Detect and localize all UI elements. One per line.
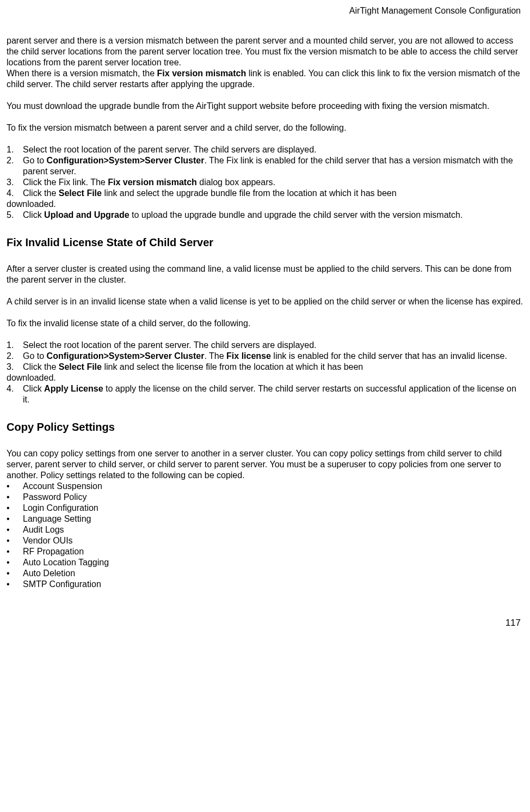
list-number: 1. <box>7 340 23 351</box>
list-content: Go to Configuration>System>Server Cluste… <box>23 351 523 362</box>
intro-p1b-pre: When there is a version mismatch, the <box>7 69 157 78</box>
bullet-icon: • <box>7 535 23 546</box>
list-number: 5. <box>7 210 23 221</box>
list2-item-1: 1. Select the root location of the paren… <box>7 340 523 351</box>
text-pre: Click the Fix link. The <box>23 178 108 187</box>
bullet-item: •Password Policy <box>7 492 523 503</box>
select-file-bold: Select File <box>59 188 102 198</box>
bullet-icon: • <box>7 492 23 503</box>
section2-p3: To fix the invalid license state of a ch… <box>7 318 523 329</box>
config-path-bold: Configuration>System>Server Cluster <box>47 156 205 165</box>
list-number: 1. <box>7 144 23 155</box>
section2-p2: A child server is in an invalid license … <box>7 296 523 307</box>
bullet-text: Account Suspension <box>23 481 523 492</box>
text-pre: Click the <box>23 188 59 198</box>
text-post: link and select the upgrade bundle file … <box>102 188 397 198</box>
list-number: 3. <box>7 177 23 188</box>
list1-item-5: 5. Click Upload and Upgrade to upload th… <box>7 210 523 221</box>
select-file-bold: Select File <box>59 362 102 371</box>
bullet-icon: • <box>7 481 23 492</box>
list-content: Go to Configuration>System>Server Cluste… <box>23 155 523 177</box>
bullet-list: •Account Suspension •Password Policy •Lo… <box>7 481 523 590</box>
header-right: AirTight Management Console Configuratio… <box>7 5 523 16</box>
bullet-item: •Auto Deletion <box>7 568 523 579</box>
bullet-item: •Vendor OUIs <box>7 535 523 546</box>
bullet-icon: • <box>7 546 23 557</box>
intro-paragraph-1: parent server and there is a version mis… <box>7 35 523 90</box>
list-content: Click Upload and Upgrade to upload the u… <box>23 210 523 221</box>
text-mid: . The <box>204 351 226 361</box>
bullet-item: •RF Propagation <box>7 546 523 557</box>
list-content: Select the root location of the parent s… <box>23 340 523 351</box>
apply-license-bold: Apply License <box>44 384 103 393</box>
bullet-icon: • <box>7 503 23 514</box>
bullet-icon: • <box>7 557 23 568</box>
heading-fix-invalid-license: Fix Invalid License State of Child Serve… <box>7 236 523 249</box>
bullet-item: •Auto Location Tagging <box>7 557 523 568</box>
bullet-text: Password Policy <box>23 492 523 503</box>
list1-item-2: 2. Go to Configuration>System>Server Clu… <box>7 155 523 177</box>
list2-item-3: 3. Click the Select File link and select… <box>7 362 523 373</box>
text-post: to upload the upgrade bundle and upgrade… <box>130 210 463 219</box>
list2-item-3-cont: downloaded. <box>7 373 523 383</box>
heading-copy-policy-settings: Copy Policy Settings <box>7 420 523 434</box>
bullet-text: Login Configuration <box>23 503 523 514</box>
bullet-text: RF Propagation <box>23 546 523 557</box>
section2-p1: After a server cluster is created using … <box>7 264 523 285</box>
intro-p1a: parent server and there is a version mis… <box>7 36 518 67</box>
list-content: Click Apply License to apply the license… <box>23 383 523 405</box>
text-post: dialog box appears. <box>197 178 275 187</box>
list-number: 3. <box>7 362 23 373</box>
bullet-item: •Audit Logs <box>7 524 523 535</box>
text-pre: Go to <box>23 351 47 361</box>
list-content: Click the Select File link and select th… <box>23 362 523 373</box>
bullet-text: Language Setting <box>23 514 523 524</box>
list-number: 4. <box>7 383 23 394</box>
intro-paragraph-3: To fix the version mismatch between a pa… <box>7 123 523 133</box>
list2-item-4: 4. Click Apply License to apply the lice… <box>7 383 523 405</box>
text-post: link is enabled for the child server tha… <box>271 351 507 361</box>
list1-item-4-cont: downloaded. <box>7 199 523 210</box>
bullet-icon: • <box>7 568 23 579</box>
bullet-item: •Language Setting <box>7 514 523 524</box>
text-pre: Click <box>23 210 44 219</box>
list-number: 4. <box>7 188 23 199</box>
bullet-text: Auto Location Tagging <box>23 557 523 568</box>
bullet-item: •Login Configuration <box>7 503 523 514</box>
ordered-list-1: 1. Select the root location of the paren… <box>7 144 523 221</box>
bullet-item: •Account Suspension <box>7 481 523 492</box>
text-pre: Go to <box>23 156 47 165</box>
list2-item-2: 2. Go to Configuration>System>Server Clu… <box>7 351 523 362</box>
bullet-icon: • <box>7 524 23 535</box>
config-path-bold: Configuration>System>Server Cluster <box>47 351 205 361</box>
upload-upgrade-bold: Upload and Upgrade <box>44 210 129 219</box>
list-number: 2. <box>7 155 23 166</box>
text-post: link and select the license file from th… <box>102 362 363 371</box>
list-content: Click the Fix link. The Fix version mism… <box>23 177 523 188</box>
section3-p1: You can copy policy settings from one se… <box>7 448 523 481</box>
intro-paragraph-2: You must download the upgrade bundle fro… <box>7 101 523 112</box>
bullet-text: Vendor OUIs <box>23 535 523 546</box>
fix-license-bold: Fix license <box>226 351 271 361</box>
ordered-list-2: 1. Select the root location of the paren… <box>7 340 523 405</box>
bullet-item: •SMTP Configuration <box>7 579 523 590</box>
bullet-icon: • <box>7 579 23 590</box>
bullet-text: Audit Logs <box>23 524 523 535</box>
list-content: Click the Select File link and select th… <box>23 188 523 199</box>
list1-item-1: 1. Select the root location of the paren… <box>7 144 523 155</box>
bullet-icon: • <box>7 514 23 524</box>
fix-version-mismatch-bold: Fix version mismatch <box>108 178 197 187</box>
list1-item-3: 3. Click the Fix link. The Fix version m… <box>7 177 523 188</box>
page-number: 117 <box>7 617 523 628</box>
list-content: Select the root location of the parent s… <box>23 144 523 155</box>
fix-version-mismatch-bold: Fix version mismatch <box>157 69 246 78</box>
bullet-text: Auto Deletion <box>23 568 523 579</box>
bullet-text: SMTP Configuration <box>23 579 523 590</box>
text-pre: Click <box>23 384 44 393</box>
list1-item-4: 4. Click the Select File link and select… <box>7 188 523 199</box>
text-pre: Click the <box>23 362 59 371</box>
list-number: 2. <box>7 351 23 362</box>
